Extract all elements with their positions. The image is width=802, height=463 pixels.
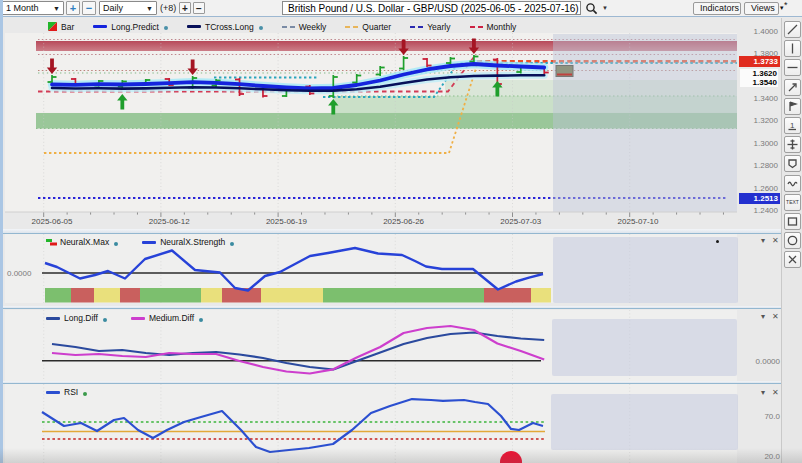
draw-tool-fibonacci-button[interactable]: 1 <box>784 117 801 134</box>
symbol-title: British Pound / U.S. Dollar - GBP/USD (2… <box>288 3 579 14</box>
draw-tool-wave-button[interactable] <box>784 175 801 192</box>
key-level-label: 1.3620 <box>740 69 778 78</box>
collapse-panel-icon[interactable]: ▾ <box>761 236 765 245</box>
legend-item-medium-diff[interactable]: Medium.Diff <box>131 313 203 323</box>
trend-number-icon: 1 <box>787 120 798 131</box>
collapse-panel-icon[interactable]: ▾ <box>761 388 765 397</box>
indicator-settings-dot[interactable] <box>83 392 87 396</box>
diff-panel-controls: ▾ ✕ <box>761 312 779 321</box>
yearly-level-badge: 1.2513 <box>739 193 780 204</box>
line-horizontal-icon <box>787 62 798 73</box>
chevron-down-icon: ▼ <box>143 5 153 12</box>
indicator-settings-dot[interactable] <box>230 242 234 246</box>
draw-tool-trend-line-button[interactable] <box>784 21 801 38</box>
legend-label: NeuralX.Max <box>60 237 109 247</box>
chart-application-window: 1 Month ▼ + − Daily ▼ (+8) + − British P… <box>0 0 802 463</box>
neural-state-strip-green <box>323 288 484 303</box>
views-button[interactable]: Views ▼ <box>744 2 779 15</box>
legend-item-neuralx-strength[interactable]: NeuralX.Strength <box>142 237 234 247</box>
rsi-panel-legend: RSI <box>46 386 87 398</box>
zoom-in-label: + <box>70 2 76 14</box>
symbol-search-input[interactable]: British Pound / U.S. Dollar - GBP/USD (2… <box>282 1 581 15</box>
legend-item-rsi[interactable]: RSI <box>46 387 87 397</box>
indicator-settings-dot[interactable] <box>199 318 203 322</box>
wave-icon <box>787 178 798 189</box>
legend-item-long-diff[interactable]: Long.Diff <box>46 313 107 323</box>
interval-select[interactable]: Daily ▼ <box>99 1 157 15</box>
close-panel-icon[interactable]: ✕ <box>772 388 779 397</box>
rsi-panel-controls: ▾ ✕ <box>761 388 779 397</box>
close-panel-icon[interactable]: ✕ <box>772 312 779 321</box>
date-tick-label: 2025-06-05 <box>16 217 88 226</box>
legend-label: Medium.Diff <box>149 313 194 323</box>
draw-tool-ellipse-button[interactable] <box>784 232 801 249</box>
neural-state-strip-red <box>71 288 94 303</box>
draw-tool-callout-button[interactable] <box>784 155 801 172</box>
search-caret-icon[interactable]: ▼ <box>602 5 608 11</box>
line-swatch-icon <box>142 241 156 244</box>
range-select-value: 1 Month <box>6 3 39 13</box>
draw-tool-rectangle-button[interactable] <box>784 213 801 230</box>
corner-asterisk: * <box>784 0 788 10</box>
interval-select-value: Daily <box>103 3 123 13</box>
draw-tool-crosshair-button[interactable] <box>784 136 801 153</box>
rsi-panel-chart <box>0 384 802 463</box>
zoom-in-button[interactable]: + <box>66 1 80 15</box>
line-diagonal-icon <box>787 24 798 35</box>
date-tick-label: 2025-06-12 <box>133 217 205 226</box>
legend-label: Long.Diff <box>64 313 98 323</box>
collapse-panel-icon[interactable]: ▾ <box>761 312 765 321</box>
date-tick-label: 2025-06-19 <box>250 217 322 226</box>
panel-splitter[interactable] <box>0 306 781 309</box>
neural-panel-legend: NeuralX.MaxNeuralX.Strength <box>46 236 234 248</box>
flag-icon <box>787 101 798 112</box>
drawing-toolbar: 1TEXT <box>781 18 802 463</box>
indicator-settings-dot[interactable] <box>103 318 107 322</box>
views-label: Views <box>751 3 775 13</box>
zoom-out-label: − <box>86 2 92 14</box>
legend-item-neuralx-max[interactable]: NeuralX.Max <box>46 237 118 247</box>
cursor-dot <box>716 240 719 243</box>
draw-tool-flag-button[interactable] <box>784 98 801 115</box>
top-toolbar: 1 Month ▼ + − Daily ▼ (+8) + − British P… <box>0 0 802 17</box>
draw-tool-vertical-line-button[interactable] <box>784 40 801 57</box>
close-icon <box>787 254 798 265</box>
price-tick-label: 1.3400 <box>740 94 778 103</box>
svg-text:1: 1 <box>790 121 795 130</box>
price-tick-label: 1.2600 <box>740 184 778 193</box>
crosshair-icon <box>787 139 798 150</box>
bar-remove-button[interactable]: − <box>193 2 205 14</box>
panel-splitter[interactable] <box>0 381 781 384</box>
rsi-axis-label: 20.0 <box>752 452 780 461</box>
neural-zero-value-label: 0.0000 <box>7 269 31 278</box>
diff-panel-legend: Long.DiffMedium.Diff <box>46 312 203 324</box>
future-period-overlay <box>551 394 738 450</box>
search-icon[interactable] <box>585 2 598 15</box>
future-period-overlay <box>553 34 737 212</box>
bar-remove-label: − <box>196 3 202 14</box>
indicator-settings-dot[interactable] <box>114 242 118 246</box>
neural-state-strip-yellow <box>201 288 222 303</box>
neural-state-strip-yellow <box>94 288 120 303</box>
indicators-button[interactable]: Indicators ▼ <box>693 2 741 15</box>
text-tool-icon: TEXT <box>786 199 799 205</box>
draw-tool-arrow-button[interactable] <box>784 79 801 96</box>
neural-panel-controls: ▾ ✕ <box>761 236 779 245</box>
price-tick-label: 1.2800 <box>740 161 778 170</box>
close-panel-icon[interactable]: ✕ <box>772 236 779 245</box>
neural-state-strip-red <box>120 288 140 303</box>
zoom-out-button[interactable]: − <box>82 1 96 15</box>
drag-preview-box <box>556 66 573 77</box>
neural-state-strip-yellow <box>261 288 323 303</box>
bar-add-button[interactable]: + <box>179 2 191 14</box>
rsi-axis-label: 70.0 <box>752 412 780 421</box>
panel-splitter[interactable] <box>0 229 781 234</box>
draw-tool-text-button[interactable]: TEXT <box>784 194 801 211</box>
price-tick-label: 1.3000 <box>740 139 778 148</box>
draw-tool-erase-button[interactable] <box>784 251 801 268</box>
legend-label: NeuralX.Strength <box>160 237 225 247</box>
polygon-icon <box>787 158 798 169</box>
range-select[interactable]: 1 Month ▼ <box>2 1 64 15</box>
draw-tool-horizontal-line-button[interactable] <box>784 59 801 76</box>
line-swatch-icon <box>46 391 60 394</box>
